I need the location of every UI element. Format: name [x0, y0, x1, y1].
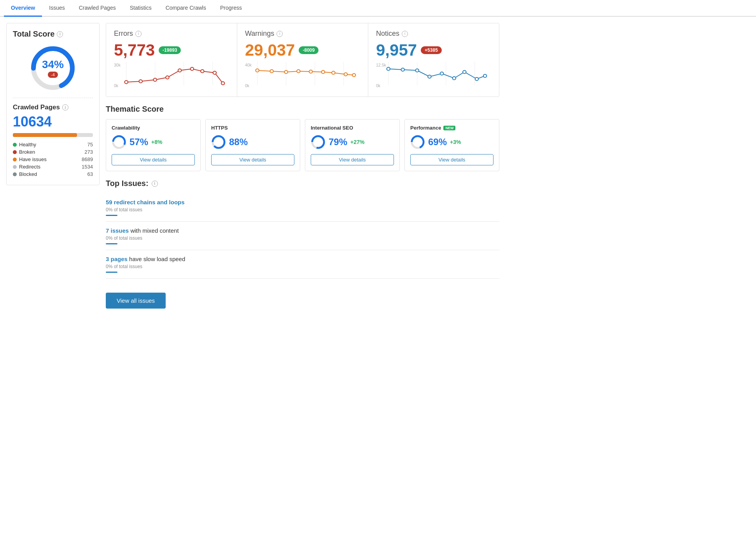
- top-issues-section: Top Issues: i 59 redirect chains and loo…: [106, 179, 499, 309]
- legend-item-have-issues: Have issues 8689: [13, 156, 93, 162]
- tab-overview[interactable]: Overview: [4, 0, 42, 17]
- international-seo-percent: 79%: [329, 137, 347, 147]
- donut-center: 34% -4: [42, 58, 64, 78]
- errors-title: Errors i: [114, 30, 229, 38]
- legend-item-redirects: Redirects 1534: [13, 164, 93, 170]
- international-seo-title: International SEO: [311, 125, 394, 131]
- thematic-international-seo-card: International SEO 79% +27% View details: [305, 119, 400, 171]
- warnings-card: Warnings i 29,037 -8009 40k 0k: [237, 23, 368, 97]
- issue-sub-2: 0% of total issues: [106, 264, 499, 269]
- performance-percent: 69%: [428, 137, 447, 147]
- progress-bar-fill: [13, 133, 77, 137]
- svg-point-16: [221, 82, 224, 85]
- https-donut: [211, 135, 226, 149]
- errors-card: Errors i 5,773 -19893 30k 0k: [106, 23, 237, 97]
- issue-sub-1: 0% of total issues: [106, 235, 499, 241]
- crawlability-percent: 57%: [130, 137, 148, 147]
- blocked-dot: [13, 172, 17, 176]
- errors-info-icon[interactable]: i: [135, 31, 142, 37]
- issue-link-1[interactable]: 7 issues: [106, 227, 129, 234]
- crawlability-change: +8%: [151, 139, 162, 145]
- sidebar: Total Score i 34% -4 Crawled Pages i: [6, 23, 100, 309]
- total-score-percent: 34%: [42, 58, 64, 71]
- issue-item-2: 3 pages have slow load speed 0% of total…: [106, 250, 499, 279]
- errors-value-row: 5,773 -19893: [114, 41, 229, 60]
- notices-number: 9,957: [376, 41, 417, 60]
- crawlability-title: Crawlability: [112, 125, 195, 131]
- top-issues-title: Top Issues: i: [106, 179, 499, 188]
- notices-badge: +5385: [421, 46, 442, 54]
- crawlability-donut: [112, 135, 126, 149]
- issue-bar-1: [106, 243, 117, 244]
- svg-point-11: [166, 76, 169, 79]
- warnings-title: Warnings i: [245, 30, 360, 38]
- svg-point-40: [415, 69, 418, 72]
- total-score-title: Total Score i: [13, 30, 93, 39]
- svg-point-44: [463, 70, 466, 74]
- broken-count: 273: [84, 149, 93, 155]
- warnings-badge: -8009: [299, 46, 318, 54]
- crawled-pages-section: Crawled Pages i 10634 Healthy 75: [13, 98, 93, 177]
- crawlability-score-row: 57% +8%: [112, 135, 195, 149]
- thematic-https-card: HTTPS 88% View details: [205, 119, 300, 171]
- issue-rest-2: have slow load speed: [128, 256, 185, 262]
- svg-point-15: [213, 71, 216, 74]
- svg-point-27: [309, 70, 312, 73]
- notices-value-row: 9,957 +5385: [376, 41, 491, 60]
- crawled-pages-info-icon[interactable]: i: [62, 104, 68, 111]
- tab-progress[interactable]: Progress: [213, 0, 249, 17]
- errors-number: 5,773: [114, 41, 155, 60]
- performance-view-details-button[interactable]: View details: [410, 154, 494, 165]
- svg-point-8: [124, 81, 128, 84]
- warnings-chart: 40k 0k: [245, 62, 360, 89]
- issue-item-0: 59 redirect chains and loops 0% of total…: [106, 193, 499, 222]
- issue-sub-0: 0% of total issues: [106, 207, 499, 212]
- svg-point-9: [139, 80, 142, 83]
- svg-point-13: [191, 67, 194, 70]
- international-seo-donut: [311, 135, 326, 149]
- crawlability-view-details-button[interactable]: View details: [112, 154, 195, 165]
- tab-statistics[interactable]: Statistics: [123, 0, 159, 17]
- svg-point-38: [387, 67, 390, 70]
- warnings-info-icon[interactable]: i: [276, 31, 283, 37]
- total-score-card: Total Score i 34% -4 Crawled Pages i: [6, 23, 100, 185]
- performance-donut: [410, 135, 425, 149]
- crawled-pages-value: 10634: [13, 114, 93, 130]
- issue-link-0[interactable]: 59 redirect chains and loops: [106, 199, 185, 205]
- international-seo-view-details-button[interactable]: View details: [311, 154, 394, 165]
- svg-point-45: [475, 77, 478, 81]
- legend-item-blocked: Blocked 63: [13, 171, 93, 177]
- svg-point-30: [344, 73, 347, 76]
- svg-text:0k: 0k: [376, 84, 381, 88]
- crawled-pages-title: Crawled Pages i: [13, 104, 93, 111]
- tab-crawled-pages[interactable]: Crawled Pages: [72, 0, 123, 17]
- svg-point-39: [401, 68, 404, 71]
- issue-link-2[interactable]: 3 pages: [106, 256, 128, 262]
- healthy-dot: [13, 143, 17, 147]
- international-seo-score-row: 79% +27%: [311, 135, 394, 149]
- svg-point-43: [453, 77, 456, 80]
- svg-point-28: [322, 70, 325, 74]
- tab-issues[interactable]: Issues: [42, 0, 72, 17]
- svg-text:0k: 0k: [245, 84, 250, 88]
- broken-dot: [13, 150, 17, 154]
- view-all-issues-button[interactable]: View all issues: [106, 293, 166, 309]
- svg-point-23: [256, 69, 259, 72]
- notices-chart: 12.5k 0k: [376, 62, 491, 89]
- warnings-value-row: 29,037 -8009: [245, 41, 360, 60]
- total-score-info-icon[interactable]: i: [57, 31, 63, 37]
- thematic-crawlability-card: Crawlability 57% +8% View details: [106, 119, 201, 171]
- tab-compare-crawls[interactable]: Compare Crawls: [159, 0, 213, 17]
- issue-rest-1: with mixed content: [129, 227, 178, 234]
- https-title: HTTPS: [211, 125, 294, 131]
- have-issues-dot: [13, 158, 17, 161]
- crawled-progress-bar: [13, 133, 93, 137]
- metrics-row: Errors i 5,773 -19893 30k 0k: [106, 23, 499, 97]
- top-issues-info-icon[interactable]: i: [152, 181, 158, 187]
- notices-info-icon[interactable]: i: [402, 31, 408, 37]
- errors-badge: -19893: [159, 46, 181, 54]
- thematic-performance-card: Performance NEW 69% +3% View details: [404, 119, 499, 171]
- https-view-details-button[interactable]: View details: [211, 154, 294, 165]
- redirects-count: 1534: [82, 164, 93, 170]
- svg-point-14: [201, 70, 204, 73]
